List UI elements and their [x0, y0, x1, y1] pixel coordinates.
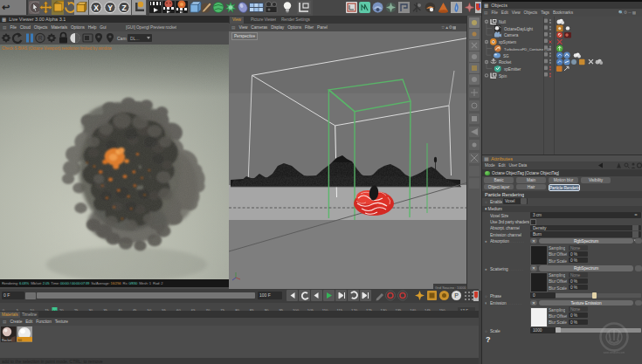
- svg-text:60: 60: [18, 338, 23, 342]
- svg-text:Cam: Cam: [117, 36, 127, 41]
- svg-text:OctaneDayLight: OctaneDayLight: [504, 27, 534, 31]
- svg-text:Camera: Camera: [504, 33, 519, 38]
- svg-text:Z: Z: [121, 3, 126, 12]
- svg-text:Null: Null: [499, 20, 506, 24]
- svg-text:R: R: [38, 35, 43, 41]
- svg-text:SG: SG: [503, 54, 509, 58]
- svg-text:xpSystem: xpSystem: [499, 40, 516, 45]
- svg-text:DL...: DL...: [130, 36, 140, 41]
- svg-text:xpEmitter: xpEmitter: [504, 67, 521, 72]
- svg-text:www.smallvfx.com: www.smallvfx.com: [604, 351, 625, 354]
- svg-text:Rocket: Rocket: [499, 60, 512, 65]
- svg-text:Spin: Spin: [499, 74, 507, 79]
- svg-text:X: X: [93, 3, 99, 12]
- svg-text:Check S BIAS (Octane Viewport): Check S BIAS (Octane Viewport) resolutio…: [2, 46, 112, 51]
- svg-text:Y: Y: [107, 3, 113, 12]
- svg-text:Rocket: Rocket: [2, 339, 11, 342]
- svg-text:P: P: [454, 292, 459, 299]
